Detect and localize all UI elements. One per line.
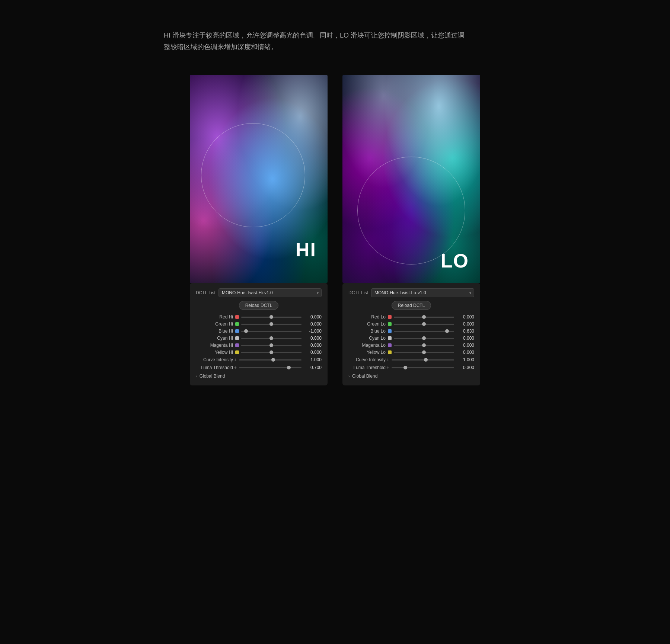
panels-row: HI DCTL List MONO-Hue-Twist-Hi-v1.0 Relo… (190, 75, 480, 385)
slider-thumb[interactable] (445, 329, 449, 333)
param-value: 0.000 (456, 350, 474, 355)
hi-circle (201, 123, 305, 227)
slider-track[interactable] (394, 338, 454, 339)
lo-panel: LO DCTL List MONO-Hue-Twist-Lo-v1.0 Relo… (342, 75, 480, 385)
param-row: Curve Intensity+1.000 (348, 357, 474, 363)
param-value: -1.000 (304, 329, 322, 334)
slider-thumb[interactable] (424, 358, 428, 362)
slider-track[interactable] (239, 359, 302, 361)
slider-thumb[interactable] (422, 336, 426, 340)
slider-thumb[interactable] (269, 350, 273, 354)
slider-thumb[interactable] (287, 366, 291, 369)
param-plus-icon[interactable]: + (386, 357, 389, 363)
param-label: Cyan Lo (348, 336, 386, 341)
slider-track[interactable] (239, 367, 302, 368)
hi-params: Red Hi0.000Green Hi0.000Blue Hi-1.000Cya… (196, 314, 322, 371)
slider-track[interactable] (394, 345, 454, 346)
param-label: Red Lo (348, 314, 386, 320)
param-row: Cyan Hi0.000 (196, 336, 322, 341)
param-label: Cyan Hi (196, 336, 233, 341)
slider-track[interactable] (241, 324, 302, 325)
param-value: 0.300 (456, 365, 474, 370)
lo-reload-button[interactable]: Reload DCTL (392, 301, 431, 310)
param-value: 0.000 (304, 343, 322, 348)
hi-panel: HI DCTL List MONO-Hue-Twist-Hi-v1.0 Relo… (190, 75, 328, 385)
lo-reload-row: Reload DCTL (348, 301, 474, 310)
param-value: 0.000 (304, 314, 322, 320)
color-swatch (388, 329, 392, 333)
color-swatch (235, 350, 239, 354)
slider-track[interactable] (241, 338, 302, 339)
param-row: Green Lo0.000 (348, 321, 474, 327)
hi-preview: HI (190, 75, 328, 283)
lo-dctl-select[interactable]: MONO-Hue-Twist-Lo-v1.0 (371, 288, 474, 297)
lo-dctl-row: DCTL List MONO-Hue-Twist-Lo-v1.0 (348, 288, 474, 297)
param-plus-icon[interactable]: + (234, 365, 237, 371)
description-text: HI 滑块专注于较亮的区域，允许您调整高光的色调。同时，LO 滑块可让您控制阴影… (164, 30, 469, 52)
slider-thumb[interactable] (269, 315, 273, 319)
color-swatch (235, 329, 239, 333)
slider-thumb[interactable] (269, 336, 273, 340)
lo-preview: LO (342, 75, 480, 283)
param-plus-icon[interactable]: + (386, 365, 389, 371)
param-row: Yellow Lo0.000 (348, 350, 474, 355)
param-value: 0.000 (304, 350, 322, 355)
color-swatch (235, 315, 239, 319)
slider-track[interactable] (241, 331, 302, 332)
slider-thumb[interactable] (269, 322, 273, 326)
param-label: Luma Threshold (348, 365, 386, 370)
param-value: 1.000 (456, 357, 474, 362)
color-swatch (235, 322, 239, 326)
param-row: Luma Threshold+0.300 (348, 365, 474, 371)
hi-global-blend-label: Global Blend (200, 374, 225, 379)
param-value: 0.000 (456, 343, 474, 348)
param-label: Magenta Hi (196, 343, 233, 348)
lo-chevron-icon: › (348, 374, 350, 378)
slider-track[interactable] (392, 367, 454, 368)
param-row: Cyan Lo0.000 (348, 336, 474, 341)
color-swatch (388, 336, 392, 340)
slider-thumb[interactable] (403, 366, 407, 369)
slider-thumb[interactable] (422, 343, 426, 347)
color-swatch (388, 343, 392, 347)
lo-dctl-select-wrapper[interactable]: MONO-Hue-Twist-Lo-v1.0 (371, 288, 474, 297)
param-label: Luma Threshold (196, 365, 233, 370)
slider-thumb[interactable] (244, 329, 248, 333)
slider-track[interactable] (394, 331, 454, 332)
param-plus-icon[interactable]: + (234, 357, 237, 363)
hi-chevron-icon: › (196, 374, 197, 378)
slider-track[interactable] (394, 324, 454, 325)
param-row: Curve Intensity+1.000 (196, 357, 322, 363)
slider-thumb[interactable] (269, 343, 273, 347)
hi-label: HI (296, 238, 316, 261)
slider-track[interactable] (241, 317, 302, 318)
param-label: Blue Lo (348, 329, 386, 334)
param-value: 0.000 (456, 336, 474, 341)
param-value: 0.700 (304, 365, 322, 370)
color-swatch (235, 343, 239, 347)
color-swatch (388, 350, 392, 354)
slider-thumb[interactable] (422, 322, 426, 326)
hi-dctl-select-wrapper[interactable]: MONO-Hue-Twist-Hi-v1.0 (218, 288, 322, 297)
hi-dctl-select[interactable]: MONO-Hue-Twist-Hi-v1.0 (218, 288, 322, 297)
param-value: 0.630 (456, 329, 474, 334)
slider-track[interactable] (241, 352, 302, 353)
param-label: Yellow Hi (196, 350, 233, 355)
param-label: Green Hi (196, 321, 233, 327)
param-row: Yellow Hi0.000 (196, 350, 322, 355)
param-value: 0.000 (456, 314, 474, 320)
lo-dctl-label: DCTL List (348, 290, 368, 295)
slider-track[interactable] (394, 317, 454, 318)
color-swatch (235, 336, 239, 340)
slider-track[interactable] (392, 359, 454, 361)
slider-thumb[interactable] (271, 358, 275, 362)
lo-circle (357, 157, 465, 265)
slider-track[interactable] (394, 352, 454, 353)
slider-thumb[interactable] (422, 350, 426, 354)
lo-global-blend[interactable]: › Global Blend (348, 374, 474, 379)
slider-track[interactable] (241, 345, 302, 346)
param-row: Magenta Lo0.000 (348, 343, 474, 348)
slider-thumb[interactable] (422, 315, 426, 319)
hi-global-blend[interactable]: › Global Blend (196, 374, 322, 379)
hi-reload-button[interactable]: Reload DCTL (239, 301, 279, 310)
